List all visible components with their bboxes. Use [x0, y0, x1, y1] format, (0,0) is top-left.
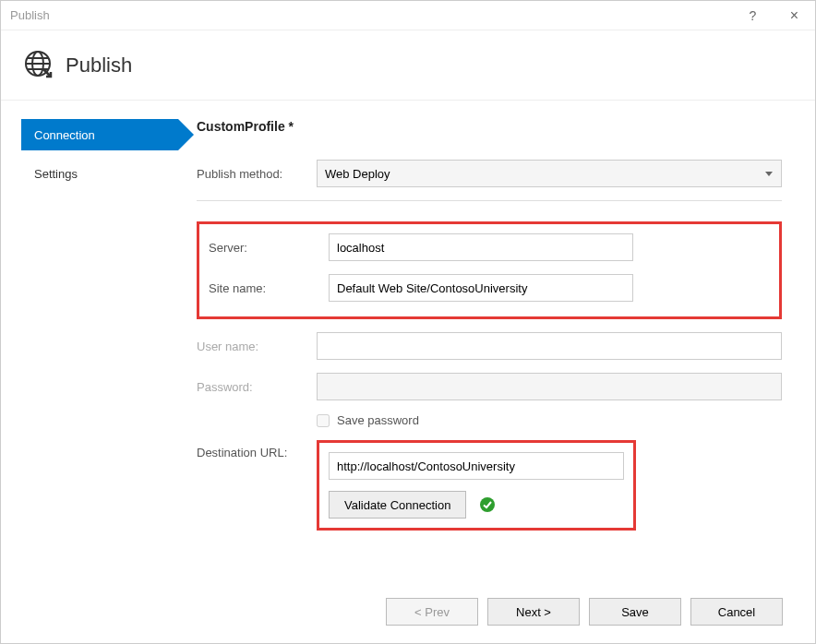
password-input[interactable] — [317, 373, 782, 400]
sidebar-item-connection[interactable]: Connection — [21, 119, 178, 150]
publish-method-label: Publish method: — [197, 167, 317, 181]
user-name-input[interactable] — [317, 332, 782, 360]
site-name-label: Site name: — [209, 281, 329, 295]
save-button[interactable]: Save — [589, 598, 681, 626]
publish-globe-icon — [23, 49, 53, 81]
window-title: Publish — [10, 8, 732, 22]
divider — [197, 200, 782, 201]
destination-url-input[interactable] — [329, 452, 624, 480]
site-name-input[interactable] — [329, 274, 633, 302]
user-name-label: User name: — [197, 340, 317, 353]
next-button[interactable]: Next > — [487, 598, 580, 626]
main-panel: CustomProfile * Publish method: Web Depl… — [197, 119, 782, 543]
server-input[interactable] — [329, 233, 633, 261]
profile-title: CustomProfile * — [197, 119, 782, 134]
save-password-checkbox[interactable] — [317, 414, 330, 427]
server-label: Server: — [209, 241, 329, 255]
help-button[interactable]: ? — [732, 1, 774, 30]
close-button[interactable]: × — [774, 1, 815, 30]
password-label: Password: — [197, 380, 317, 394]
footer: < Prev Next > Save Cancel — [386, 598, 783, 626]
header-title: Publish — [66, 54, 132, 78]
save-password-label: Save password — [337, 413, 419, 427]
sidebar-item-label: Connection — [34, 128, 95, 142]
titlebar: Publish ? × — [1, 1, 815, 30]
destination-label: Destination URL: — [197, 440, 317, 459]
publish-method-select[interactable]: Web Deploy — [317, 160, 782, 187]
prev-button[interactable]: < Prev — [386, 598, 478, 626]
check-success-icon — [479, 496, 496, 513]
cancel-button[interactable]: Cancel — [690, 598, 783, 626]
validate-connection-button[interactable]: Validate Connection — [329, 491, 466, 519]
highlight-server-site: Server: Site name: — [197, 221, 782, 319]
sidebar-item-label: Settings — [34, 167, 78, 181]
header: Publish — [1, 30, 815, 101]
sidebar-item-settings[interactable]: Settings — [21, 158, 178, 189]
sidebar: Connection Settings — [21, 119, 178, 543]
svg-point-5 — [480, 497, 495, 512]
